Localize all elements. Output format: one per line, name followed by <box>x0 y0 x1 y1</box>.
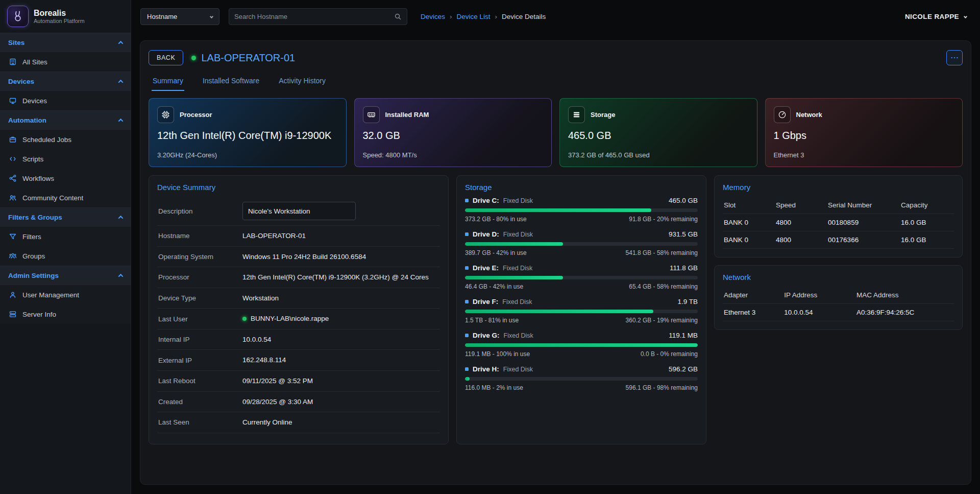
panel-title: Network <box>723 273 954 281</box>
drive-bullet-icon <box>465 199 469 202</box>
search-icon[interactable] <box>394 13 402 20</box>
card-title: Storage <box>591 111 615 119</box>
sidebar-item-label: Community Content <box>22 194 83 202</box>
ram-card: Installed RAM 32.0 GB Speed: 4800 MT/s <box>354 98 552 167</box>
section-label: Sites <box>8 39 24 46</box>
drive-item-g: Drive G: Fixed Disk 119.1 MB 119.1 MB - … <box>465 332 698 358</box>
device-summary-panel: Device Summary Description Hostname LAB-… <box>149 175 449 444</box>
brand-text: Borealis Automation Platform <box>34 9 85 24</box>
sidebar-item-scripts[interactable]: Scripts <box>0 149 131 169</box>
drive-item-f: Drive F: Fixed Disk 1.9 TB 1.5 TB - 81% … <box>465 298 698 324</box>
card-value: 12th Gen Intel(R) Core(TM) i9-12900K <box>157 130 338 142</box>
description-input[interactable] <box>242 202 356 220</box>
card-footer: 3.20GHz (24-Cores) <box>157 151 338 159</box>
sidebar-item-all-sites[interactable]: All Sites <box>0 52 131 72</box>
network-panel: Network Adapter IP Address MAC Address E… <box>714 265 963 330</box>
summary-row-internal-ip: Internal IP 10.0.0.54 <box>157 330 440 350</box>
search-box <box>229 8 407 25</box>
sidebar-item-label: Server Info <box>22 311 56 318</box>
topbar: Hostname Devices › Device List › Device … <box>131 0 980 33</box>
card-title: Installed RAM <box>385 111 429 119</box>
breadcrumb-devices[interactable]: Devices <box>421 13 445 20</box>
stat-cards: Processor 12th Gen Intel(R) Core(TM) i9-… <box>149 98 963 167</box>
sidebar-item-label: Workflows <box>22 175 54 182</box>
sidebar-section-filters-groups[interactable]: Filters & Groups <box>0 207 131 227</box>
drive-bullet-icon <box>465 232 469 236</box>
breadcrumb-separator: › <box>450 13 452 20</box>
drive-usage-bar <box>465 276 698 279</box>
sidebar-item-filters[interactable]: Filters <box>0 227 131 246</box>
user-menu[interactable]: NICOLE RAPPE <box>905 13 967 20</box>
back-button[interactable]: BACK <box>149 50 183 65</box>
building-icon <box>8 58 17 66</box>
section-label: Filters & Groups <box>8 214 62 221</box>
drive-bullet-icon <box>465 367 469 371</box>
sidebar-item-workflows[interactable]: Workflows <box>0 169 131 188</box>
device-title: LAB-OPERATOR-01 <box>191 52 295 64</box>
drive-usage-bar <box>465 310 698 313</box>
user-name: NICOLE RAPPE <box>905 13 959 20</box>
drive-item-h: Drive H: Fixed Disk 596.2 GB 116.0 MB - … <box>465 365 698 391</box>
section-label: Automation <box>8 116 46 124</box>
drive-usage-bar <box>465 343 698 347</box>
app-root: Borealis Automation Platform Sites All S… <box>0 0 980 494</box>
device-tabs: Summary Installed Software Activity Hist… <box>149 73 963 91</box>
summary-row-description: Description <box>157 197 440 226</box>
storage-card: Storage 465.0 GB 373.2 GB of 465.0 GB us… <box>559 98 757 167</box>
dropdown-value: Hostname <box>147 13 177 20</box>
breadcrumb-device-list[interactable]: Device List <box>457 13 491 20</box>
code-icon <box>8 155 17 163</box>
network-table-row: Ethernet 3 10.0.0.54 A0:36:9F:94:26:5C <box>723 304 954 321</box>
card-value: 465.0 GB <box>568 130 749 142</box>
sidebar-item-community-content[interactable]: Community Content <box>0 188 131 207</box>
section-label: Admin Settings <box>8 272 59 279</box>
sidebar-section-devices[interactable]: Devices <box>0 72 131 91</box>
tab-installed-software[interactable]: Installed Software <box>202 73 260 91</box>
device-header: BACK LAB-OPERATOR-01 ⋯ <box>149 50 963 65</box>
sidebar-item-devices[interactable]: Devices <box>0 91 131 110</box>
brand: Borealis Automation Platform <box>0 0 131 33</box>
tab-activity-history[interactable]: Activity History <box>278 73 327 91</box>
tab-summary[interactable]: Summary <box>152 73 184 91</box>
chevron-up-icon <box>118 41 124 46</box>
borealis-logo-icon <box>7 6 29 27</box>
chevron-up-icon <box>118 80 124 85</box>
drive-usage-bar <box>465 377 698 381</box>
sidebar-section-admin-settings[interactable]: Admin Settings <box>0 266 131 285</box>
panel-title: Storage <box>465 183 698 192</box>
chevron-up-icon <box>118 119 124 124</box>
row-label: Description <box>158 207 237 215</box>
device-actions-button[interactable]: ⋯ <box>946 50 963 65</box>
search-input[interactable] <box>234 13 390 20</box>
breadcrumb-separator: › <box>495 13 498 20</box>
sidebar-item-scheduled-jobs[interactable]: Scheduled Jobs <box>0 130 131 149</box>
network-table: Adapter IP Address MAC Address Ethernet … <box>723 287 954 321</box>
network-table-header: Adapter IP Address MAC Address <box>723 287 954 304</box>
sidebar-item-server-info[interactable]: Server Info <box>0 304 131 324</box>
sidebar-item-label: All Sites <box>22 58 47 66</box>
drive-item-e: Drive E: Fixed Disk 111.8 GB 46.4 GB - 4… <box>465 264 698 290</box>
summary-row-last-seen: Last Seen Currently Online <box>157 412 440 433</box>
drive-item-c: Drive C: Fixed Disk 465.0 GB 373.2 GB - … <box>465 197 698 223</box>
summary-row-device-type: Device Type Workstation <box>157 288 440 309</box>
online-status-dot <box>242 317 247 321</box>
chevron-up-icon <box>118 216 124 221</box>
sidebar-item-groups[interactable]: Groups <box>0 246 131 266</box>
user-icon <box>8 291 17 299</box>
summary-row-last-reboot: Last Reboot 09/11/2025 @ 3:52 PM <box>157 371 440 392</box>
sidebar-item-label: Devices <box>22 97 47 105</box>
card-footer: 373.2 GB of 465.0 GB used <box>568 151 749 159</box>
sidebar-nav: Sites All Sites Devices <box>0 33 131 494</box>
devices-icon <box>8 97 17 105</box>
sidebar-section-sites[interactable]: Sites <box>0 33 131 52</box>
card-footer: Speed: 4800 MT/s <box>363 151 544 159</box>
sidebar-item-label: Groups <box>22 252 45 260</box>
workflow-icon <box>8 174 17 182</box>
sidebar-item-label: Scheduled Jobs <box>22 136 71 144</box>
storage-icon <box>568 106 585 123</box>
sidebar-section-automation[interactable]: Automation <box>0 110 131 130</box>
summary-row-hostname: Hostname LAB-OPERATOR-01 <box>157 226 440 247</box>
sidebar-item-user-management[interactable]: User Management <box>0 285 131 304</box>
drive-item-d: Drive D: Fixed Disk 931.5 GB 389.7 GB - … <box>465 230 698 256</box>
hostname-filter-dropdown[interactable]: Hostname <box>140 8 219 25</box>
